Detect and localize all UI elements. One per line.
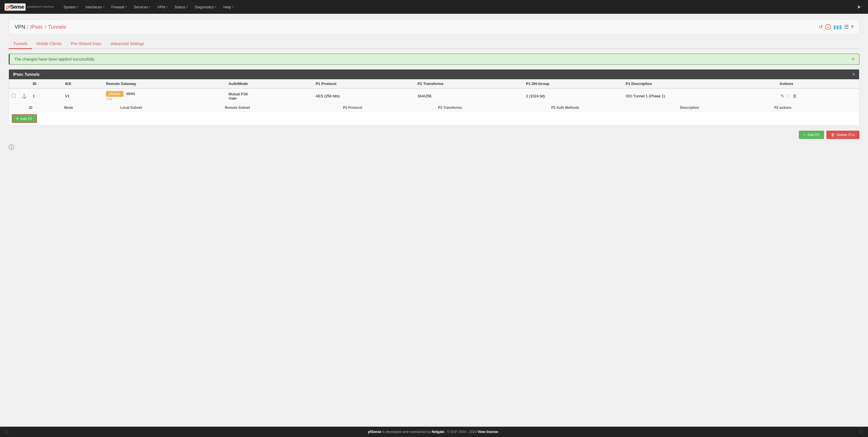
footer-right-icon[interactable]: □ [860,430,862,434]
navbar-item-system[interactable]: System ▾ [61,3,81,11]
row-p1-description-cell: OCI Tunnel 1 (Phase 1) [623,88,777,104]
tab-pre-shared-keys[interactable]: Pre-Shared Keys [66,39,106,49]
row-remote-gateway-cell: Disable WAN 193. [103,88,226,104]
row-ike-cell: V1 [62,88,103,104]
panel-title: IPsec Tunnels [13,72,40,77]
list-icon[interactable]: ☰ [844,24,849,30]
edition-label: COMMUNITY EDITION [27,5,54,9]
add-p2-button[interactable]: + Add P2 [12,114,37,123]
breadcrumb: VPN / IPsec / Tunnels [14,24,66,30]
bottom-actions: + Add P1 🗑 Delete P1s [9,131,859,139]
row-p1-dh-group-cell: 2 (1024 bit) [523,88,623,104]
chart-icon[interactable]: ▮▮▮ [833,24,842,30]
col-ike: IKE [62,79,103,88]
footer-text: pfSense is developed and maintained by N… [8,430,860,434]
anchor-icon[interactable]: ⚓ [21,94,27,98]
row-anchor-cell: ⚓ [19,88,30,104]
p2-col-actions: P2 actions [772,104,859,112]
row-remote-gateway-line1: WAN [126,92,135,96]
navbar-menu: System ▾ Interfaces ▾ Firewall ▾ Service… [61,3,855,11]
navbar-item-interfaces-label: Interfaces [86,5,102,9]
plus-icon: + [17,116,19,121]
alert-close-button[interactable]: × [852,57,855,61]
navbar: pfSense COMMUNITY EDITION System ▾ Inter… [0,0,868,14]
view-license-link[interactable]: View license [477,430,498,434]
navbar-right: ➤ [855,3,863,11]
row-checkbox[interactable] [12,94,16,98]
edit-icon[interactable]: ✎ [780,94,784,98]
navbar-item-firewall[interactable]: Firewall ▾ [108,3,130,11]
col-actions: Actions [777,79,859,88]
navbar-item-services-label: Services [134,5,148,9]
breadcrumb-tunnels[interactable]: Tunnels [48,24,66,30]
delete-p1s-button[interactable]: 🗑 Delete P1s [826,131,859,139]
signout-button[interactable]: ➤ [855,3,863,11]
brand: pfSense COMMUNITY EDITION [5,3,54,11]
tab-tunnels[interactable]: Tunnels [9,39,32,49]
content-wrapper: VPN / IPsec / Tunnels ↺ ● ▮▮▮ ☰ ? Tunnel… [0,14,868,427]
navbar-item-status[interactable]: Status ▾ [172,3,191,11]
navbar-item-services[interactable]: Services ▾ [131,3,154,11]
disable-button[interactable]: Disable [106,91,123,97]
navbar-item-diagnostics[interactable]: Diagnostics ▾ [192,3,219,11]
breadcrumb-vpn: VPN [14,24,25,30]
stop-icon[interactable]: ● [825,24,831,30]
navbar-item-interfaces[interactable]: Interfaces ▾ [83,3,107,11]
navbar-item-help[interactable]: Help ▾ [220,3,237,11]
navbar-item-vpn-label: VPN [157,5,165,9]
row-auth-mode-cell: Mutual PSK main [226,88,313,104]
chevron-down-icon: ▾ [215,5,216,8]
col-p1-protocol: P1 Protocol [313,79,415,88]
footer-middle-text: is developed and maintained by [382,430,432,434]
row-actions-cell: ✎ □ 🗑 [777,88,859,104]
row-remote-gateway-line2: 193. [106,97,113,101]
breadcrumb-ipsec[interactable]: IPsec [30,24,43,30]
navbar-item-help-label: Help [223,5,231,9]
help-icon[interactable]: ? [851,25,854,29]
delete-icon[interactable]: 🗑 [793,94,797,98]
navbar-item-firewall-label: Firewall [112,5,124,9]
footer-netgate: Netgate [432,430,444,434]
p2-col-spacer [9,104,26,112]
footer-left-icon[interactable]: □ [6,430,8,434]
logo: pfSense [5,3,26,11]
table-row: ⚓ 1 V1 Disable WAN 193. Mu [9,88,859,104]
col-checkbox [9,79,19,88]
row-p1-protocol: AES (256 bits) [316,94,340,98]
reload-icon[interactable]: ↺ [818,24,823,30]
row-p1-description: OCI Tunnel 1 (Phase 1) [626,94,665,98]
add-p1-button[interactable]: + Add P1 [799,131,824,139]
p2-col-mode: Mode [61,104,117,112]
col-anchor [19,79,30,88]
p2-col-description: Description [677,104,771,112]
trash-icon: 🗑 [831,133,835,137]
row-p1-transforms: SHA256 [417,94,431,98]
alert-success: The changes have been applied successful… [9,54,859,65]
row-p1-transforms-cell: SHA256 [415,88,523,104]
add-p1-plus-icon: + [803,133,806,137]
navbar-item-vpn[interactable]: VPN ▾ [154,3,170,11]
col-p1-description: P1 Description [623,79,777,88]
chevron-down-icon: ▾ [77,5,79,8]
row-id-cell: 1 [30,88,62,104]
p2-col-local-subnet: Local Subnet [117,104,222,112]
col-p1-dh-group: P1 DH-Group [523,79,623,88]
tab-mobile-clients[interactable]: Mobile Clients [32,39,66,49]
chevron-down-icon: ▾ [149,5,150,8]
breadcrumb-sep-2: / [45,24,46,30]
info-icon[interactable]: ⓘ [9,144,14,151]
footer: □ pfSense is developed and maintained by… [0,427,868,437]
alert-message: The changes have been applied successful… [14,57,95,61]
col-id: ID [30,79,62,88]
header-icons: ↺ ● ▮▮▮ ☰ ? [818,24,854,30]
add-p2-label: Add P2 [20,117,32,121]
footer-brand: pfSense [368,430,381,434]
p2-table: ID Mode Local Subnet Remote Subnet P2 Pr… [9,104,859,125]
footer-end-text: . [499,430,500,434]
row-checkbox-cell [9,88,19,104]
p2-col-p2-auth-methods: P2 Auth Methods [549,104,677,112]
copy-icon[interactable]: □ [787,94,789,98]
breadcrumb-sep-1: / [27,24,28,30]
tab-advanced-settings[interactable]: Advanced Settings [106,39,149,49]
panel-close-button[interactable]: × [852,72,855,77]
